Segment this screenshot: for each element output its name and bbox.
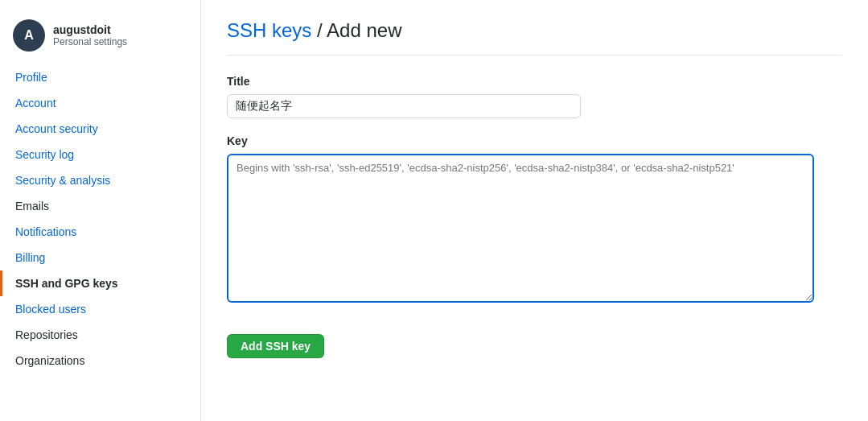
avatar: A [13, 19, 45, 52]
sidebar-item-security-analysis[interactable]: Security & analysis [0, 167, 200, 193]
page-current: Add new [327, 19, 401, 41]
user-subtitle: Personal settings [53, 36, 127, 47]
title-form-group: Title [227, 75, 842, 118]
user-profile-section: A augustdoit Personal settings [0, 13, 200, 64]
page-title: SSH keys / Add new [227, 19, 401, 42]
sidebar-link-profile[interactable]: Profile [0, 64, 200, 90]
sidebar-link-organizations[interactable]: Organizations [0, 348, 200, 374]
sidebar-link-billing[interactable]: Billing [0, 245, 200, 270]
sidebar-item-emails[interactable]: Emails [0, 193, 200, 219]
sidebar-item-account[interactable]: Account [0, 90, 200, 116]
sidebar-link-repositories[interactable]: Repositories [0, 322, 200, 348]
sidebar-item-ssh-gpg-keys[interactable]: SSH and GPG keys [0, 270, 200, 296]
sidebar-link-security-analysis[interactable]: Security & analysis [0, 167, 200, 193]
sidebar-navigation: Profile Account Account security Securit… [0, 64, 200, 374]
sidebar-link-notifications[interactable]: Notifications [0, 219, 200, 245]
sidebar-link-emails[interactable]: Emails [0, 193, 200, 219]
sidebar-link-account-security[interactable]: Account security [0, 116, 200, 142]
sidebar-item-security-log[interactable]: Security log [0, 142, 200, 167]
sidebar-item-repositories[interactable]: Repositories [0, 322, 200, 348]
key-textarea[interactable] [227, 154, 814, 303]
sidebar-item-blocked-users[interactable]: Blocked users [0, 296, 200, 322]
sidebar-link-blocked-users[interactable]: Blocked users [0, 296, 200, 322]
sidebar-item-billing[interactable]: Billing [0, 245, 200, 270]
title-label: Title [227, 75, 842, 88]
breadcrumb-link[interactable]: SSH keys [227, 19, 311, 41]
avatar-initial: A [24, 28, 34, 43]
main-content: SSH keys / Add new Title Key Add SSH key [201, 0, 868, 421]
page-header: SSH keys / Add new [227, 19, 842, 56]
add-ssh-key-button[interactable]: Add SSH key [227, 334, 324, 358]
sidebar-item-account-security[interactable]: Account security [0, 116, 200, 142]
sidebar-link-account[interactable]: Account [0, 90, 200, 116]
sidebar-item-profile[interactable]: Profile [0, 64, 200, 90]
sidebar-link-security-log[interactable]: Security log [0, 142, 200, 167]
sidebar-item-organizations[interactable]: Organizations [0, 348, 200, 374]
sidebar: A augustdoit Personal settings Profile A… [0, 0, 201, 421]
sidebar-link-ssh-gpg-keys[interactable]: SSH and GPG keys [0, 270, 200, 296]
user-info: augustdoit Personal settings [53, 23, 127, 47]
key-form-group: Key [227, 134, 842, 305]
title-input[interactable] [227, 94, 581, 118]
key-label: Key [227, 134, 842, 147]
sidebar-item-notifications[interactable]: Notifications [0, 219, 200, 245]
username: augustdoit [53, 23, 127, 36]
breadcrumb-separator: / [311, 19, 327, 41]
